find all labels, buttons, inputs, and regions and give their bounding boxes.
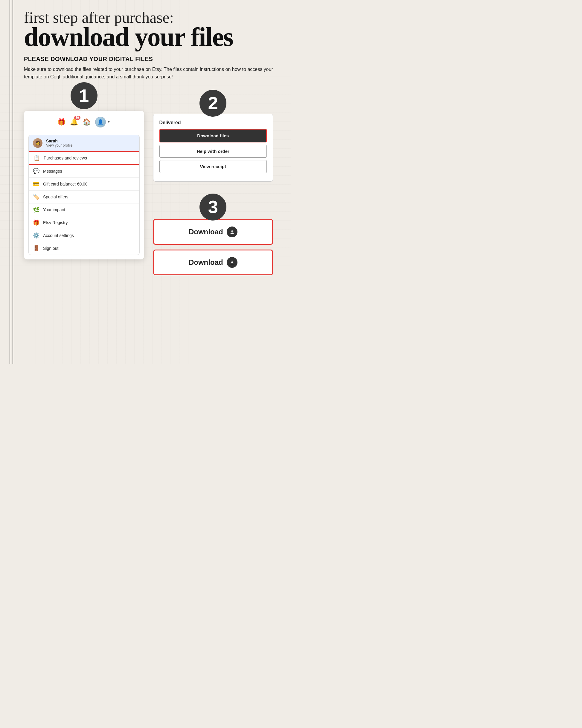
registry-menu-item[interactable]: 🎁 Etsy Registry: [29, 216, 139, 229]
description-text: Make sure to download the files related …: [24, 66, 273, 81]
yourimpact-label: Your impact: [43, 207, 65, 212]
step-2-wrapper: 2 Delivered Download files Help with ord…: [153, 90, 273, 182]
border-line-1: [9, 0, 10, 364]
profile-subtitle: View your profile: [46, 143, 73, 148]
description-section: PLEASE DOWNLOAD YOUR DIGITAL FILES Make …: [24, 56, 273, 81]
specialoffers-label: Special offers: [43, 194, 69, 199]
step-2-number-row: 2: [153, 90, 273, 111]
notification-icon: 🔔 50: [70, 118, 78, 126]
page-wrapper: www.marryful.org first step after purcha…: [0, 0, 291, 364]
accountsettings-menu-item[interactable]: ⚙️ Account settings: [29, 229, 139, 242]
border-line-2: [12, 0, 13, 364]
step-1: 1 🎁 🔔 50 🏠 👤 ▼: [24, 90, 144, 280]
left-border: www.marryful.org: [8, 0, 17, 364]
giftcard-menu-item[interactable]: 💳 Gift card balance: €0.00: [29, 178, 139, 190]
step-2-panel: Delivered Download files Help with order…: [153, 114, 273, 182]
house-icon: 🏠: [83, 118, 90, 126]
messages-icon: 💬: [33, 168, 39, 175]
view-receipt-button[interactable]: View receipt: [159, 160, 267, 173]
profile-menu-item[interactable]: 👩 Sarah View your profile: [29, 135, 139, 151]
download-files-button[interactable]: Download files: [159, 129, 267, 142]
step-3-number: 3: [200, 193, 227, 220]
steps-container: 1 🎁 🔔 50 🏠 👤 ▼: [24, 90, 273, 280]
accountsettings-label: Account settings: [43, 233, 74, 238]
yourimpact-icon: 🌿: [33, 206, 39, 213]
step-2-number: 2: [200, 90, 227, 117]
user-avatar: 👤: [95, 117, 106, 127]
signout-menu-item[interactable]: 🚪 Sign out: [29, 242, 139, 255]
description-heading: PLEASE DOWNLOAD YOUR DIGITAL FILES: [24, 56, 273, 62]
avatar-wrapper: 👤 ▼: [95, 117, 111, 127]
giftcard-icon: 💳: [33, 181, 39, 187]
step-3-number-row: 3: [153, 193, 273, 214]
step-1-number: 1: [71, 82, 98, 109]
registry-label: Etsy Registry: [43, 220, 68, 225]
profile-avatar: 👩: [33, 138, 43, 148]
etsy-mockup: 🎁 🔔 50 🏠 👤 ▼ 👩: [24, 111, 144, 259]
download-btn2-label: Download: [189, 258, 223, 267]
specialoffers-menu-item[interactable]: 🏷️ Special offers: [29, 190, 139, 204]
notification-badge: 50: [74, 116, 80, 120]
specialoffers-icon: 🏷️: [33, 193, 39, 200]
giftcard-label: Gift card balance: €0.00: [43, 182, 88, 186]
download-btn1-label: Download: [189, 228, 223, 236]
download-button-2[interactable]: Download: [153, 250, 273, 275]
download-icon-2: [227, 257, 237, 268]
signout-icon: 🚪: [33, 245, 39, 252]
etsy-icons-row: 🎁 🔔 50 🏠 👤 ▼: [28, 117, 140, 130]
accountsettings-icon: ⚙️: [33, 232, 39, 239]
profile-info: Sarah View your profile: [46, 138, 73, 148]
help-with-order-button[interactable]: Help with order: [159, 145, 267, 158]
step-3-wrapper: 3 Download Download: [153, 193, 273, 280]
header: first step after purchase: download your…: [24, 6, 273, 50]
gift-icon: 🎁: [57, 118, 65, 126]
signout-label: Sign out: [43, 246, 58, 251]
etsy-dropdown-menu: 👩 Sarah View your profile 📋 Purchases an…: [28, 135, 140, 255]
dropdown-chevron: ▼: [107, 120, 111, 124]
registry-icon: 🎁: [33, 219, 39, 226]
messages-label: Messages: [43, 169, 62, 174]
download-icon-1: [227, 227, 237, 237]
purchases-menu-item[interactable]: 📋 Purchases and reviews: [29, 151, 139, 165]
purchases-icon: 📋: [33, 155, 40, 161]
purchases-label: Purchases and reviews: [44, 156, 87, 160]
profile-name: Sarah: [46, 138, 73, 143]
step-right-column: 2 Delivered Download files Help with ord…: [153, 90, 273, 280]
delivered-label: Delivered: [159, 120, 267, 125]
messages-menu-item[interactable]: 💬 Messages: [29, 165, 139, 178]
bold-title: download your files: [24, 25, 273, 50]
download-button-1[interactable]: Download: [153, 219, 273, 245]
yourimpact-menu-item[interactable]: 🌿 Your impact: [29, 204, 139, 216]
